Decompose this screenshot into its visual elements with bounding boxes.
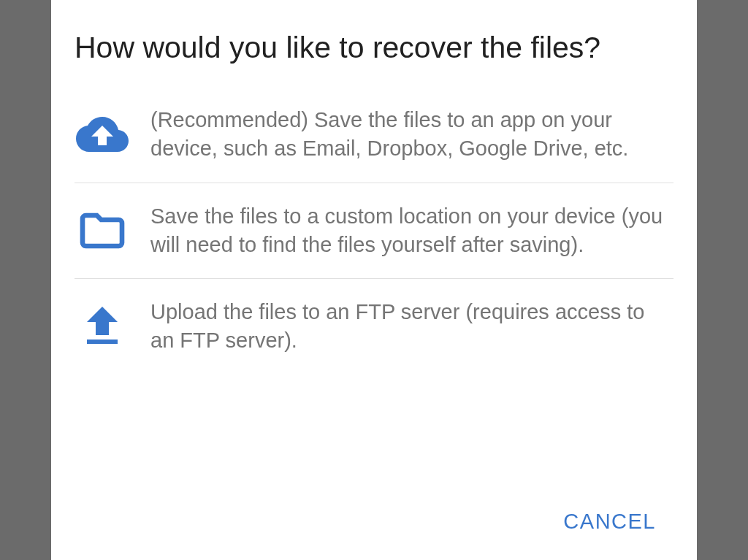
upload-icon (75, 300, 130, 353)
options-list: (Recommended) Save the files to an app o… (51, 87, 697, 482)
cancel-button[interactable]: CANCEL (552, 504, 668, 540)
option-save-to-app[interactable]: (Recommended) Save the files to an app o… (75, 87, 673, 183)
option-text: Upload the files to an FTP server (requi… (150, 298, 673, 355)
dialog-actions: CANCEL (51, 482, 697, 560)
dialog-title: How would you like to recover the files? (51, 29, 697, 87)
option-save-custom-location[interactable]: Save the files to a custom location on y… (75, 183, 673, 279)
option-upload-ftp[interactable]: Upload the files to an FTP server (requi… (75, 279, 673, 374)
folder-icon (75, 204, 130, 257)
option-text: (Recommended) Save the files to an app o… (150, 106, 673, 163)
recovery-dialog: How would you like to recover the files?… (51, 0, 697, 560)
cloud-upload-icon (75, 108, 130, 161)
option-text: Save the files to a custom location on y… (150, 202, 673, 259)
